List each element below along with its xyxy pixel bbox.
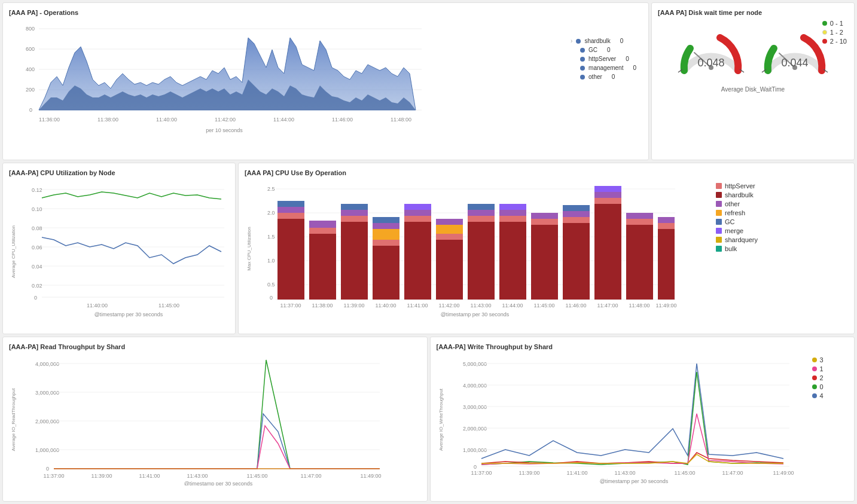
svg-rect-102 xyxy=(626,225,653,300)
ops-legend: › shardbulk 0 GC 0 httpServer 0 xyxy=(571,38,636,83)
svg-text:11:45:00: 11:45:00 xyxy=(674,470,695,476)
cpu-op-chart: Max CPU_Utilization 2.5 2.0 1.5 1.0 0.5 … xyxy=(245,180,711,317)
disk-legend-1-2: 1 - 2 xyxy=(822,29,847,36)
svg-rect-64 xyxy=(309,228,336,234)
svg-text:400: 400 xyxy=(26,66,35,72)
svg-text:@timestamp per 30 seconds: @timestamp per 30 seconds xyxy=(184,481,253,485)
svg-rect-91 xyxy=(531,225,558,300)
svg-text:11:43:00: 11:43:00 xyxy=(470,303,491,308)
svg-text:11:46:00: 11:46:00 xyxy=(565,303,586,308)
svg-rect-79 xyxy=(436,240,463,300)
legend-item-other: other 0 xyxy=(571,74,636,80)
write-chart: Average IO_WriteThroughput 5,000,000 4,0… xyxy=(437,354,807,485)
svg-text:0.04: 0.04 xyxy=(32,264,42,270)
svg-text:0: 0 xyxy=(34,295,37,301)
gauge-2: 0.044 xyxy=(759,26,831,78)
svg-text:1,000,000: 1,000,000 xyxy=(463,447,487,453)
legend-httpserver: httpServer xyxy=(716,182,765,190)
svg-rect-86 xyxy=(468,204,495,210)
svg-text:0: 0 xyxy=(29,107,32,113)
gauges-container: 0.048 0.044 xyxy=(658,20,848,84)
svg-rect-67 xyxy=(341,216,368,222)
svg-text:11:40:00: 11:40:00 xyxy=(87,303,108,308)
svg-text:2,000,000: 2,000,000 xyxy=(463,426,487,432)
write-legend: 3 1 2 0 4 xyxy=(807,354,837,485)
svg-text:11:40:00: 11:40:00 xyxy=(156,117,177,123)
svg-rect-69 xyxy=(341,204,368,210)
svg-rect-105 xyxy=(658,229,675,300)
svg-rect-89 xyxy=(499,210,526,216)
svg-text:11:36:00: 11:36:00 xyxy=(39,117,60,123)
disk-panel: [AAA PA] Disk wait time per node 0 - 1 1… xyxy=(651,2,855,160)
svg-text:11:39:00: 11:39:00 xyxy=(91,473,112,479)
svg-text:0.044: 0.044 xyxy=(781,57,808,69)
svg-text:11:39:00: 11:39:00 xyxy=(343,303,364,308)
svg-rect-71 xyxy=(373,240,399,246)
svg-text:0.06: 0.06 xyxy=(32,245,42,251)
svg-rect-87 xyxy=(499,222,526,300)
svg-rect-61 xyxy=(277,207,304,213)
svg-text:0.12: 0.12 xyxy=(32,187,42,193)
disk-legend-2-10: 2 - 10 xyxy=(822,38,847,45)
svg-text:0: 0 xyxy=(46,466,49,472)
svg-text:0: 0 xyxy=(270,295,273,301)
read-chart: Average IO_ReadThroughput 4,000,000 3,00… xyxy=(9,354,398,485)
svg-text:11:48:00: 11:48:00 xyxy=(391,117,411,123)
write-legend-2: 2 xyxy=(812,374,837,381)
svg-text:11:46:00: 11:46:00 xyxy=(332,117,353,123)
svg-text:11:47:00: 11:47:00 xyxy=(722,470,743,476)
svg-text:11:43:00: 11:43:00 xyxy=(187,473,208,479)
svg-text:1.5: 1.5 xyxy=(267,234,275,240)
legend-other: other xyxy=(716,200,765,207)
cpu-op-title: [AAA PA] CPU Use By Operation xyxy=(245,169,848,176)
bottom-row: [AAA-PA] Read Throughput by Shard Averag… xyxy=(2,337,855,502)
svg-rect-94 xyxy=(563,223,590,300)
svg-rect-65 xyxy=(309,221,336,228)
svg-text:11:43:00: 11:43:00 xyxy=(614,470,635,476)
svg-text:0.02: 0.02 xyxy=(32,283,42,289)
svg-text:0.10: 0.10 xyxy=(32,206,42,212)
svg-text:11:44:00: 11:44:00 xyxy=(273,117,294,123)
legend-item-gc: GC 0 xyxy=(571,47,636,53)
svg-text:11:44:00: 11:44:00 xyxy=(502,303,523,308)
svg-text:Average CPU_Utilization: Average CPU_Utilization xyxy=(11,225,16,278)
svg-text:2.5: 2.5 xyxy=(267,186,275,192)
svg-text:200: 200 xyxy=(26,87,35,93)
write-title: [AAA-PA] Write Throughput by Shard xyxy=(437,343,849,350)
svg-text:0.048: 0.048 xyxy=(697,57,724,69)
read-throughput-panel: [AAA-PA] Read Throughput by Shard Averag… xyxy=(2,337,428,502)
disk-legend-0-1: 0 - 1 xyxy=(822,20,847,27)
svg-text:11:48:00: 11:48:00 xyxy=(629,303,649,308)
svg-rect-93 xyxy=(531,213,558,219)
svg-text:11:45:00: 11:45:00 xyxy=(158,303,179,308)
svg-rect-90 xyxy=(499,204,526,210)
write-legend-4: 4 xyxy=(812,392,837,399)
svg-rect-101 xyxy=(594,186,621,192)
svg-text:per 10 seconds: per 10 seconds xyxy=(206,127,243,133)
svg-text:Max CPU_Utilization: Max CPU_Utilization xyxy=(246,227,252,271)
svg-rect-85 xyxy=(468,210,495,216)
dashboard: [AAA PA] - Operations 800 600 400 200 0 xyxy=(0,0,857,504)
write-legend-1: 1 xyxy=(812,365,837,372)
svg-text:11:37:00: 11:37:00 xyxy=(471,470,492,476)
ops-panel: [AAA PA] - Operations 800 600 400 200 0 xyxy=(2,2,649,160)
svg-text:11:42:00: 11:42:00 xyxy=(215,117,236,123)
legend-merge: merge xyxy=(716,227,765,234)
legend-shardquery: shardquery xyxy=(716,236,765,243)
svg-text:11:41:00: 11:41:00 xyxy=(566,470,587,476)
svg-text:600: 600 xyxy=(26,46,35,52)
svg-rect-80 xyxy=(436,234,463,240)
cpu-op-panel: [AAA PA] CPU Use By Operation Max CPU_Ut… xyxy=(238,163,855,334)
svg-text:0.08: 0.08 xyxy=(32,225,42,231)
svg-text:1.0: 1.0 xyxy=(267,258,275,264)
svg-text:11:49:00: 11:49:00 xyxy=(360,473,381,479)
read-title: [AAA-PA] Read Throughput by Shard xyxy=(9,343,421,350)
svg-rect-106 xyxy=(658,223,675,229)
svg-text:11:47:00: 11:47:00 xyxy=(597,303,618,308)
svg-rect-104 xyxy=(626,213,653,219)
gauge-1-svg: 0.048 xyxy=(675,26,747,77)
svg-text:11:49:00: 11:49:00 xyxy=(773,470,794,476)
disk-legend: 0 - 1 1 - 2 2 - 10 xyxy=(822,20,847,45)
svg-text:11:40:00: 11:40:00 xyxy=(375,303,396,308)
svg-rect-75 xyxy=(404,222,431,300)
